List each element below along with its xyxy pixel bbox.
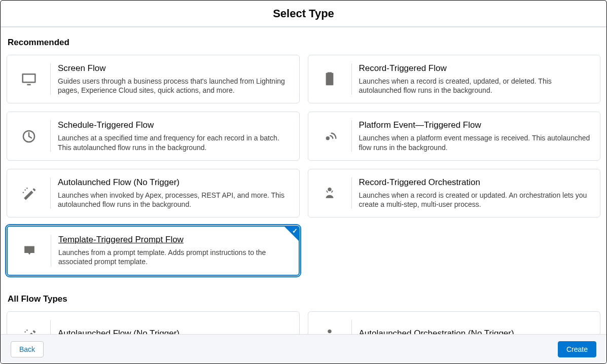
orchestration-no-trigger-icon: [308, 320, 352, 335]
modal-footer: Back Create: [1, 334, 606, 363]
platform-event-icon: [308, 120, 352, 152]
card-title: Autolaunched Flow (No Trigger): [58, 329, 180, 335]
card-desc: Launches from a prompt template. Adds pr…: [58, 248, 290, 266]
card-title: Autolaunched Orchestration (No Trigger): [359, 329, 514, 335]
card-autolaunched-flow[interactable]: Autolaunched Flow (No Trigger) Launches …: [7, 169, 300, 217]
svg-point-1: [326, 136, 330, 140]
card-all-autolaunched-orchestration[interactable]: Autolaunched Orchestration (No Trigger): [308, 311, 601, 335]
svg-point-8: [328, 329, 331, 333]
recommended-grid: Screen Flow Guides users through a busin…: [7, 55, 600, 276]
card-all-autolaunched-flow[interactable]: Autolaunched Flow (No Trigger): [7, 311, 300, 335]
orchestration-icon: [308, 177, 352, 209]
card-schedule-triggered-flow[interactable]: Schedule-Triggered Flow Launches at a sp…: [7, 112, 300, 160]
svg-point-2: [24, 190, 25, 191]
autolaunched-icon: [7, 320, 51, 335]
card-title: Screen Flow: [58, 63, 290, 74]
card-title: Schedule-Triggered Flow: [58, 120, 290, 130]
card-desc: Launches when a record is created or upd…: [359, 191, 591, 209]
section-heading-all: All Flow Types: [8, 294, 600, 304]
card-template-triggered-prompt-flow[interactable]: Template-Triggered Prompt Flow Launches …: [7, 226, 300, 275]
card-title: Record-Triggered Flow: [359, 63, 591, 74]
svg-point-3: [26, 188, 27, 189]
schedule-triggered-icon: [7, 120, 51, 152]
record-triggered-icon: [308, 63, 352, 95]
selected-check-icon: [284, 227, 299, 241]
card-platform-event-flow[interactable]: Platform Event—Triggered Flow Launches w…: [308, 112, 601, 160]
card-record-triggered-orchestration[interactable]: Record-Triggered Orchestration Launches …: [308, 169, 601, 217]
create-button[interactable]: Create: [558, 341, 596, 357]
card-title: Autolaunched Flow (No Trigger): [58, 177, 290, 188]
modal-body: Recommended Screen Flow Guides users thr…: [1, 28, 606, 334]
card-screen-flow[interactable]: Screen Flow Guides users through a busin…: [7, 55, 300, 103]
svg-point-7: [26, 329, 27, 330]
svg-point-4: [22, 192, 23, 193]
back-button[interactable]: Back: [11, 341, 44, 357]
card-record-triggered-flow[interactable]: Record-Triggered Flow Launches when a re…: [308, 55, 601, 103]
modal-header: Select Type: [1, 1, 606, 27]
modal-title: Select Type: [273, 7, 334, 20]
card-desc: Launches at a specified time and frequen…: [58, 133, 290, 152]
card-desc: Launches when invoked by Apex, processes…: [58, 191, 290, 209]
card-desc: Launches when a record is created, updat…: [359, 77, 591, 95]
svg-point-6: [24, 331, 25, 332]
prompt-flow-icon: [8, 235, 51, 266]
screen-flow-icon: [7, 63, 51, 95]
autolaunched-icon: [7, 177, 51, 209]
card-title: Template-Triggered Prompt Flow: [58, 235, 290, 245]
card-desc: Guides users through a business process …: [58, 77, 290, 95]
card-title: Platform Event—Triggered Flow: [359, 120, 591, 130]
card-desc: Launches when a platform event message i…: [359, 133, 591, 152]
section-heading-recommended: Recommended: [8, 38, 600, 48]
all-grid: Autolaunched Flow (No Trigger) Autolaunc…: [7, 311, 600, 335]
svg-point-5: [328, 188, 331, 191]
card-title: Record-Triggered Orchestration: [359, 177, 591, 188]
